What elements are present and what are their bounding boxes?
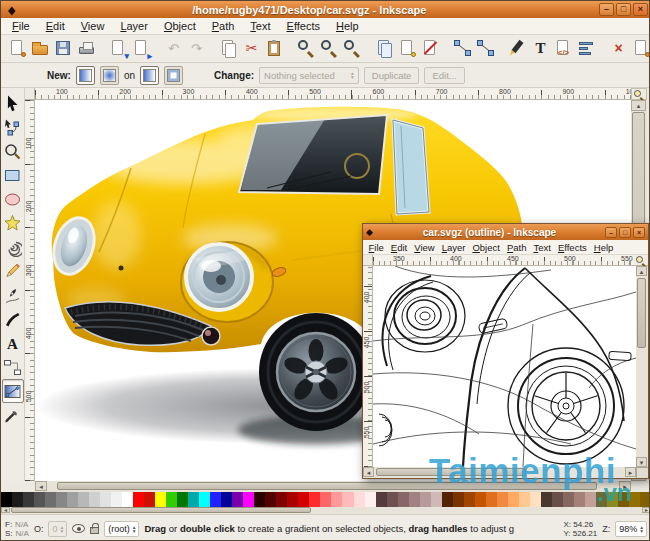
menu-file[interactable]: File	[365, 242, 387, 253]
import-bitmap-icon[interactable]: ▾	[108, 38, 129, 59]
palette-swatch[interactable]	[1, 492, 12, 507]
palette-swatch[interactable]	[607, 492, 618, 507]
outline-resize-grip[interactable]	[636, 467, 648, 478]
menu-path[interactable]: Path	[205, 19, 242, 33]
outline-window[interactable]: ◆ car.svgz (outline) - Inkscape – □ × Fi…	[362, 223, 649, 479]
palette-swatch[interactable]	[34, 492, 45, 507]
horizontal-scroll-thumb[interactable]	[57, 482, 597, 490]
palette-swatch[interactable]	[122, 492, 133, 507]
palette-swatch[interactable]	[111, 492, 122, 507]
zoom-to-selection-icon[interactable]	[296, 38, 317, 59]
dropper-tool[interactable]	[2, 403, 24, 427]
print-document-icon[interactable]	[76, 38, 97, 59]
palette-swatch[interactable]	[133, 492, 144, 507]
menu-text[interactable]: Text	[243, 19, 277, 33]
gradient-on-fill-button[interactable]	[140, 66, 159, 85]
gradient-tool[interactable]	[2, 379, 24, 403]
layer-spin-arrows-icon[interactable]: ▴▾	[133, 525, 136, 533]
palette-swatch[interactable]	[563, 492, 574, 507]
node-editor-tool[interactable]	[2, 115, 24, 139]
palette-swatch[interactable]	[265, 492, 276, 507]
outline-scroll-down[interactable]: ▾	[636, 457, 647, 467]
ellipse-tool[interactable]	[2, 187, 24, 211]
palette-swatch[interactable]	[475, 492, 486, 507]
outline-sticky-zoom-button[interactable]	[634, 255, 648, 266]
palette-swatch[interactable]	[585, 492, 596, 507]
menu-path[interactable]: Path	[503, 242, 530, 253]
palette-swatch[interactable]	[177, 492, 188, 507]
outline-minimize-button[interactable]: –	[605, 227, 617, 238]
connector-tool[interactable]	[2, 355, 24, 379]
palette-swatch[interactable]	[365, 492, 376, 507]
menu-edit[interactable]: Edit	[387, 242, 410, 253]
palette-swatch[interactable]	[508, 492, 519, 507]
palette-swatch[interactable]	[78, 492, 89, 507]
layer-lock-icon[interactable]	[90, 527, 99, 534]
outline-canvas[interactable]	[373, 266, 636, 467]
palette-swatch[interactable]	[442, 492, 453, 507]
palette-scrollbar[interactable]: ◂ ▸	[1, 507, 650, 514]
fill-and-stroke-dialog-icon[interactable]	[507, 38, 528, 59]
palette-swatch[interactable]	[67, 492, 78, 507]
palette-swatch[interactable]	[166, 492, 177, 507]
cut-icon[interactable]: ✂	[241, 38, 262, 59]
menu-effects[interactable]: Effects	[280, 19, 327, 33]
ungroup-objects-icon[interactable]	[475, 38, 496, 59]
edit-gradient-button[interactable]: Edit...	[424, 67, 464, 84]
title-bar[interactable]: ◆ /home/rugby471/Desktop/car.svgz - Inks…	[1, 1, 650, 18]
unlink-clone-icon[interactable]	[420, 38, 441, 59]
palette-swatch[interactable]	[276, 492, 287, 507]
gradient-selector-dropdown[interactable]: Nothing selected ▴▾	[259, 67, 359, 84]
open-document-icon[interactable]	[30, 38, 51, 59]
radial-gradient-button[interactable]	[100, 66, 119, 85]
zoom-spin-arrows-icon[interactable]: ▴▾	[640, 525, 643, 533]
palette-swatch[interactable]	[497, 492, 508, 507]
menu-text[interactable]: Text	[530, 242, 554, 253]
menu-layer[interactable]: Layer	[113, 19, 155, 33]
undo-icon[interactable]: ↶	[163, 38, 184, 59]
palette-swatch[interactable]	[409, 492, 420, 507]
group-objects-icon[interactable]	[452, 38, 473, 59]
star-tool[interactable]	[2, 211, 24, 235]
pencil-tool[interactable]	[2, 259, 24, 283]
text-tool[interactable]: A	[2, 331, 24, 355]
palette-swatch[interactable]	[387, 492, 398, 507]
fill-stroke-indicator[interactable]: F:N/A S:N/A	[5, 520, 29, 538]
menu-view[interactable]: View	[74, 19, 112, 33]
palette-swatch[interactable]	[221, 492, 232, 507]
outline-horizontal-scrollbar[interactable]: ◂ ▸	[363, 467, 636, 478]
palette-swatch[interactable]	[618, 492, 629, 507]
palette-swatch[interactable]	[199, 492, 210, 507]
palette-swatch[interactable]	[144, 492, 155, 507]
linear-gradient-button[interactable]	[76, 66, 95, 85]
palette-swatch[interactable]	[100, 492, 111, 507]
palette-swatch[interactable]	[298, 492, 309, 507]
scroll-right-arrow[interactable]: ▸	[619, 481, 631, 491]
document-properties-icon[interactable]	[631, 38, 650, 59]
palette-swatch[interactable]	[420, 492, 431, 507]
palette-swatch[interactable]	[519, 492, 530, 507]
text-and-font-dialog-icon[interactable]: T	[530, 38, 551, 59]
palette-swatch[interactable]	[574, 492, 585, 507]
layer-selector[interactable]: (root)▴▾	[104, 521, 139, 537]
palette-swatch[interactable]	[56, 492, 67, 507]
maximize-button[interactable]: □	[616, 3, 631, 16]
palette-swatch[interactable]	[596, 492, 607, 507]
menu-help[interactable]: Help	[590, 242, 617, 253]
palette-swatch[interactable]	[541, 492, 552, 507]
copy-icon[interactable]	[218, 38, 239, 59]
outline-window-title-bar[interactable]: ◆ car.svgz (outline) - Inkscape – □ ×	[363, 224, 648, 240]
palette-scroll-thumb[interactable]	[11, 507, 311, 513]
palette-swatch[interactable]	[453, 492, 464, 507]
calligraphy-tool[interactable]	[2, 307, 24, 331]
palette-swatch[interactable]	[431, 492, 442, 507]
palette-swatch[interactable]	[464, 492, 475, 507]
palette-swatch[interactable]	[254, 492, 265, 507]
outline-close-button[interactable]: ×	[633, 227, 645, 238]
palette-swatch[interactable]	[45, 492, 56, 507]
palette-swatch[interactable]	[398, 492, 409, 507]
outline-scroll-up[interactable]: ▴	[636, 266, 647, 276]
zoom-tool[interactable]	[2, 139, 24, 163]
new-document-icon[interactable]	[7, 38, 28, 59]
rectangle-tool[interactable]	[2, 163, 24, 187]
